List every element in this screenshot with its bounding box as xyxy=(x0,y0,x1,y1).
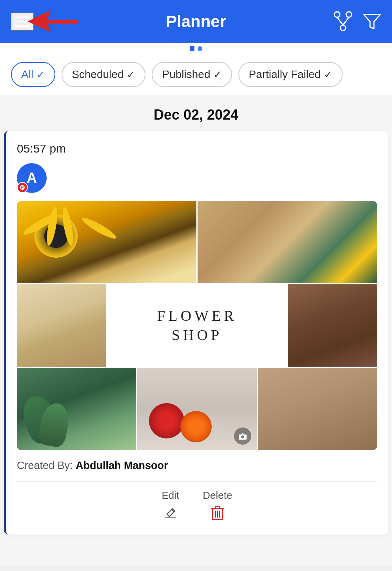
flower-shop-line2: SHOP xyxy=(157,326,237,345)
filter-chip-partially-failed-check: ✓ xyxy=(324,69,332,81)
dot-indicator-1 xyxy=(190,46,194,51)
header-icons xyxy=(334,11,381,32)
svg-marker-0 xyxy=(27,11,78,33)
avatar-letter: A xyxy=(27,170,37,186)
image-row-3 xyxy=(17,368,377,450)
post-time: 05:57 pm xyxy=(17,142,377,155)
filter-chip-all-check: ✓ xyxy=(36,69,45,81)
flower-shop-text-cell: FLOWER SHOP xyxy=(107,284,287,367)
post-card: 05:57 pm A P xyxy=(4,131,388,535)
delete-label: Delete xyxy=(203,489,232,502)
image-tan xyxy=(258,368,377,450)
svg-line-4 xyxy=(337,17,343,25)
filter-chip-published-check: ✓ xyxy=(213,69,222,81)
edit-icon xyxy=(164,506,177,522)
header: Planner xyxy=(0,0,392,43)
svg-text:P: P xyxy=(21,185,24,190)
svg-point-1 xyxy=(334,12,340,17)
avatar-row: A P xyxy=(17,163,377,193)
post-image-grid: FLOWER SHOP xyxy=(17,201,377,450)
filter-chip-scheduled-check: ✓ xyxy=(127,69,135,81)
filter-chip-published-label: Published xyxy=(162,68,210,81)
svg-point-2 xyxy=(346,12,352,17)
svg-line-5 xyxy=(343,17,349,25)
image-fabric xyxy=(17,284,106,367)
action-row: Edit Delete xyxy=(17,489,377,524)
page-title: Planner xyxy=(166,12,226,31)
image-roses xyxy=(137,368,256,450)
image-row-2: FLOWER SHOP xyxy=(17,284,377,367)
branch-icon xyxy=(334,11,352,31)
filter-bar: All ✓ Scheduled ✓ Published ✓ Partially … xyxy=(0,54,392,95)
image-sunflower xyxy=(17,201,196,283)
main-content: Dec 02, 2024 05:57 pm A P xyxy=(0,95,392,566)
flower-shop-text: FLOWER SHOP xyxy=(157,306,237,345)
camera-svg xyxy=(238,432,247,440)
avatar: A P xyxy=(17,163,47,193)
created-by: Created By: Abdullah Mansoor xyxy=(17,460,377,472)
red-arrow-icon xyxy=(27,9,78,35)
edit-label: Edit xyxy=(162,489,180,502)
branch-button[interactable] xyxy=(334,11,352,32)
header-left xyxy=(11,13,34,31)
date-header: Dec 02, 2024 xyxy=(0,107,392,123)
svg-point-10 xyxy=(241,435,244,438)
filter-chip-partially-failed-label: Partially Failed xyxy=(249,68,321,81)
divider xyxy=(17,481,377,482)
filter-chip-all-label: All xyxy=(21,68,33,81)
flower-shop-line1: FLOWER xyxy=(157,306,237,326)
filter-chip-partially-failed[interactable]: Partially Failed ✓ xyxy=(238,62,343,87)
camera-icon xyxy=(234,427,251,445)
created-by-label: Created By: xyxy=(17,460,73,471)
svg-marker-6 xyxy=(364,15,380,29)
dot-indicator-2 xyxy=(198,46,202,51)
image-table-sunflowers xyxy=(198,201,377,283)
svg-point-3 xyxy=(340,25,346,31)
delete-button[interactable]: Delete xyxy=(203,489,232,524)
filter-chip-published[interactable]: Published ✓ xyxy=(152,62,232,87)
created-by-name: Abdullah Mansoor xyxy=(76,460,168,471)
filter-chip-scheduled[interactable]: Scheduled ✓ xyxy=(62,62,145,87)
image-row-1 xyxy=(17,201,377,283)
image-greenery xyxy=(17,368,136,450)
pinterest-icon: P xyxy=(19,184,25,191)
filter-icon xyxy=(363,12,381,30)
edit-button[interactable]: Edit xyxy=(162,489,180,524)
filter-button[interactable] xyxy=(363,12,381,31)
filter-chip-scheduled-label: Scheduled xyxy=(72,68,123,81)
image-brown-fabric xyxy=(288,284,377,367)
delete-icon xyxy=(211,506,224,524)
filter-chip-all[interactable]: All ✓ xyxy=(11,62,55,87)
platform-badge: P xyxy=(17,182,28,193)
